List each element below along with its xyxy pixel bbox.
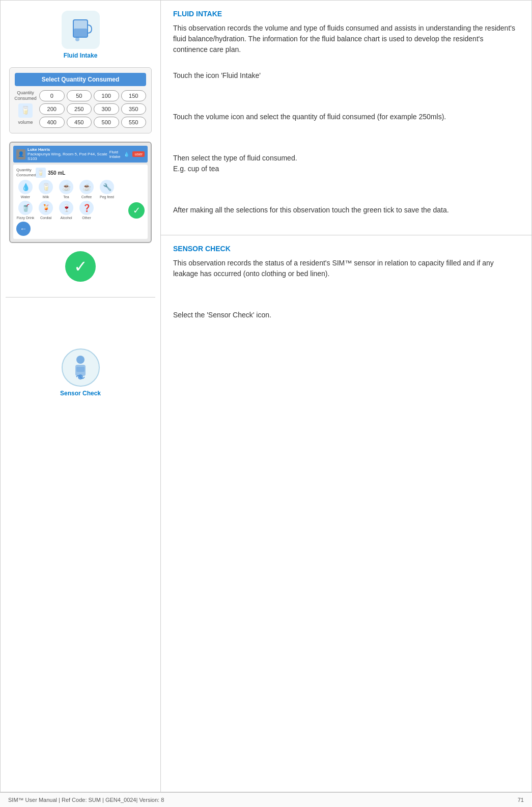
quantity-title: Select Quantity Consumed (15, 73, 146, 86)
screen-fluid-label: FluidIntake (109, 150, 121, 159)
screen-water[interactable]: 💧 Water (16, 180, 35, 199)
qty-150[interactable]: 150 (121, 90, 147, 101)
sensor-check-description: This observation records the status of a… (173, 258, 519, 279)
qty-550[interactable]: 550 (121, 117, 147, 128)
screen-fizzy[interactable]: 🥤 Fizzy Drink (16, 201, 35, 220)
qty-0[interactable]: 0 (39, 90, 65, 101)
fluid-intake-left-section: Fluid Intake Select Quantity Consumed Qu… (6, 11, 155, 298)
sensor-check-step1: Select the 'Sensor Check' icon. (173, 310, 519, 320)
fluid-intake-description: This observation records the volume and … (173, 23, 519, 55)
fluid-intake-step1: Touch the icon 'Fluid Intake' (173, 70, 519, 81)
fluid-intake-right-section: FLUID INTAKE This observation records th… (161, 1, 531, 235)
footer-ref: SIM™ User Manual | Ref Code: SUM | GEN4_… (8, 797, 164, 803)
footer-page-number: 71 (518, 797, 524, 803)
svg-rect-2 (74, 29, 87, 37)
fluid-intake-step4: After making all the selections for this… (173, 205, 519, 216)
sensor-check-left-section: Sensor Check (6, 308, 155, 397)
screen-coffee[interactable]: ☕ Coffee (77, 180, 96, 199)
screen-mockup: 👤 Luke Harris Packapunya Wing, Room 5, P… (9, 142, 152, 243)
main-content: Fluid Intake Select Quantity Consumed Qu… (0, 0, 532, 792)
sensor-check-icon[interactable] (62, 348, 100, 387)
volume-label: volume (18, 120, 33, 125)
screen-qty-value: 350 mL (48, 170, 65, 176)
qty-350[interactable]: 350 (121, 103, 147, 115)
screen-pegfeed[interactable]: 🔧 Peg feed (98, 180, 116, 199)
screen-user-badge: user (132, 151, 145, 157)
screen-cordial[interactable]: 🍹 Cordial (37, 201, 55, 220)
right-panel: FLUID INTAKE This observation records th… (161, 1, 531, 792)
fluid-intake-icon-label: Fluid Intake (64, 52, 98, 59)
footer: SIM™ User Manual | Ref Code: SUM | GEN4_… (0, 792, 532, 807)
screen-user-info: Luke Harris Packapunya Wing, Room 5, Pod… (27, 147, 109, 161)
svg-point-4 (76, 356, 85, 364)
qty-100[interactable]: 100 (94, 90, 119, 101)
qty-300[interactable]: 300 (94, 103, 119, 115)
screen-back-button[interactable]: ← (16, 222, 31, 236)
screen-body: Quantity Consumed 🥛 350 mL 💧 Water � (13, 165, 148, 239)
qty-450[interactable]: 450 (67, 117, 92, 128)
screen-sub: Packapunya Wing, Room 5, Pod P44, Scale … (27, 152, 109, 161)
fluid-intake-step3a: Then select the type of fluid consumed. (173, 153, 519, 164)
screen-name: Luke Harris (27, 147, 109, 152)
qty-consumed-label: Quantity Consumed (14, 90, 37, 101)
sensor-check-icon-label: Sensor Check (60, 390, 101, 397)
sensor-check-title: SENSOR CHECK (173, 245, 519, 253)
fluid-intake-icon[interactable] (62, 11, 100, 49)
qty-250[interactable]: 250 (67, 103, 92, 115)
svg-rect-6 (76, 367, 85, 372)
fluid-intake-title: FLUID INTAKE (173, 10, 519, 18)
screen-milk[interactable]: 🥛 Milk (37, 180, 55, 199)
screen-qty-consumed: Quantity Consumed (16, 168, 36, 177)
qty-400[interactable]: 400 (39, 117, 65, 128)
qty-50[interactable]: 50 (67, 90, 92, 101)
screen-tick-button[interactable]: ✓ (128, 202, 145, 219)
qty-500[interactable]: 500 (94, 117, 119, 128)
qty-200[interactable]: 200 (39, 103, 65, 115)
quantity-grid: 0 50 100 150 200 250 300 350 400 450 500… (39, 90, 146, 128)
left-panel: Fluid Intake Select Quantity Consumed Qu… (1, 1, 161, 792)
screen-other[interactable]: ❓ Other (77, 201, 96, 220)
page-container: Fluid Intake Select Quantity Consumed Qu… (0, 0, 532, 807)
screen-header-right: FluidIntake 💧 user (109, 150, 145, 159)
svg-point-3 (75, 37, 79, 41)
green-tick-icon[interactable]: ✓ (65, 251, 96, 282)
screen-tea[interactable]: ☕ Tea (57, 180, 75, 199)
screen-header: 👤 Luke Harris Packapunya Wing, Room 5, P… (13, 146, 148, 163)
fluid-intake-step2: Touch the volume icon and select the qua… (173, 112, 519, 122)
fluid-intake-step3b: E.g. cup of tea (173, 164, 519, 174)
quantity-selector: Select Quantity Consumed Quantity Consum… (9, 67, 152, 133)
screen-alcohol[interactable]: 🍷 Alcohol (57, 201, 75, 220)
sensor-check-right-section: SENSOR CHECK This observation records th… (161, 235, 531, 792)
